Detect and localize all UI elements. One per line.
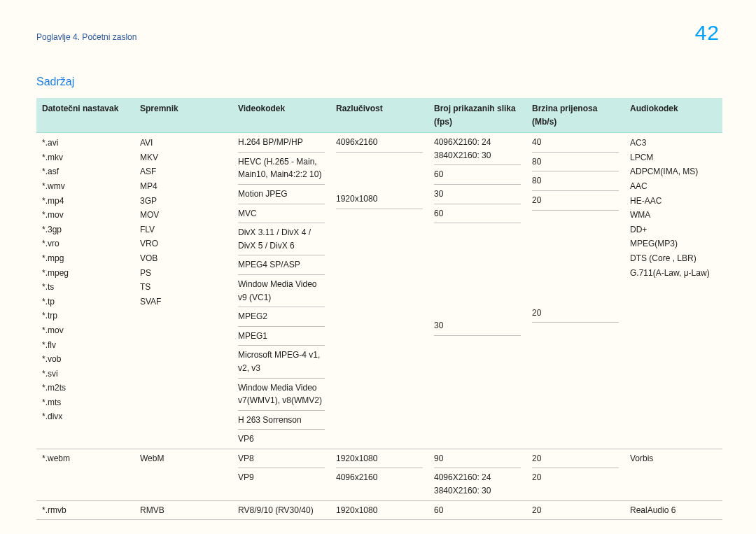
- cell-value: 60: [434, 204, 521, 223]
- codec-inner: VP8VP9: [238, 449, 325, 487]
- list-item: SVAF: [140, 295, 227, 309]
- cell-res: 4096x2160 1920x1080: [330, 133, 428, 449]
- cell-value: [336, 152, 423, 171]
- cell-value: 4096X2160: 243840X2160: 30: [434, 133, 521, 165]
- cell-value: VP8: [238, 449, 325, 468]
- list-item: *.mkv: [42, 150, 129, 165]
- list-item: *.wmv: [42, 179, 129, 194]
- cell-value: 30: [434, 316, 521, 335]
- ext-list: *.avi*.mkv*.asf*.wmv*.mp4*.mov*.3gp*.vro…: [42, 136, 129, 424]
- list-item: LPCM: [630, 150, 717, 165]
- cell-value: MPEG4 SP/ASP: [238, 255, 325, 275]
- cell-value: [434, 354, 521, 373]
- res-inner: 4096x2160 1920x1080: [336, 133, 423, 377]
- cell-value: [532, 248, 619, 267]
- col-audio: Audiokodek: [624, 98, 722, 133]
- cell-value: [434, 260, 521, 279]
- cell-value: [532, 360, 619, 379]
- cell-value: 20: [532, 449, 619, 468]
- cell-value: [434, 373, 521, 392]
- cell-value: [434, 242, 521, 261]
- list-item: MOV: [140, 208, 227, 223]
- cell-res: 1920x1080: [330, 500, 428, 520]
- list-item: *.trp: [42, 309, 129, 323]
- cell-value: 60: [434, 165, 521, 185]
- list-item: *.vob: [42, 352, 129, 367]
- cell-container: RMVB: [134, 500, 232, 520]
- cell-value: 1920x1080: [336, 449, 423, 468]
- list-item: *.mp4: [42, 194, 129, 209]
- cell-value: [532, 266, 619, 285]
- cell-value: [532, 285, 619, 304]
- section-title: Sadržaj: [36, 76, 720, 88]
- cell-value: [336, 171, 423, 190]
- cell-res: 1920x10804096x2160: [330, 449, 428, 500]
- cell-value: 20: [532, 304, 619, 323]
- list-item: 3GP: [140, 194, 227, 209]
- cell-value: [434, 279, 521, 298]
- list-item: ADPCM(IMA, MS): [630, 164, 717, 179]
- cell-ext: *.webm: [36, 449, 134, 500]
- cell-rate: 20: [526, 500, 624, 520]
- table-row: *.webm WebM VP8VP9 1920x10804096x2160 90…: [36, 449, 722, 500]
- cell-value: 4096x2160: [336, 133, 423, 152]
- container-list: AVIMKVASFMP43GPMOVFLVVROVOBPSTSSVAF: [140, 136, 227, 309]
- page-number: 42: [695, 21, 720, 45]
- list-item: WMA: [630, 208, 717, 223]
- col-container: Spremnik: [134, 98, 232, 133]
- cell-value: MPEG2: [238, 307, 325, 327]
- cell-codec: RV8/9/10 (RV30/40): [232, 500, 330, 520]
- codec-inner: H.264 BP/MP/HPHEVC (H.265 - Main, Main10…: [238, 133, 325, 449]
- table-header-row: Datotečni nastavak Spremnik Videokodek R…: [36, 98, 722, 133]
- list-item: HE-AAC: [630, 194, 717, 209]
- cell-value: MPEG1: [238, 326, 325, 346]
- list-item: *.ts: [42, 280, 129, 295]
- header-row: Poglavlje 4. Početni zaslon 42: [36, 21, 720, 45]
- cell-value: [434, 298, 521, 317]
- rate-inner: 2020: [532, 449, 619, 487]
- cell-container: WebM: [134, 449, 232, 500]
- page: Poglavlje 4. Početni zaslon 42 Sadržaj D…: [0, 0, 756, 534]
- cell-value: [336, 302, 423, 321]
- list-item: AAC: [630, 179, 717, 194]
- cell-rate: 40808020 20: [526, 133, 624, 449]
- cell-value: HEVC (H.265 - Main, Main10, Main4:2:2 10…: [238, 152, 325, 184]
- cell-audio: RealAudio 6: [624, 500, 722, 520]
- cell-value: Window Media Video v7(WMV1), v8(WMV2): [238, 378, 325, 410]
- list-item: *.asf: [42, 164, 129, 179]
- list-item: MP4: [140, 179, 227, 194]
- fps-inner: 4096X2160: 243840X2160: 30603060 30: [434, 133, 521, 391]
- cell-fps: 904096X2160: 243840X2160: 30: [428, 449, 526, 500]
- table-row: *.rmvb RMVB RV8/9/10 (RV30/40) 1920x1080…: [36, 500, 722, 520]
- fps-inner: 904096X2160: 243840X2160: 30: [434, 449, 521, 500]
- audio-list: AC3LPCMADPCM(IMA, MS)AACHE-AACWMADD+MPEG…: [630, 136, 717, 280]
- cell-value: Microsoft MPEG-4 v1, v2, v3: [238, 346, 325, 378]
- cell-rate: 2020: [526, 449, 624, 500]
- cell-container: AVIMKVASFMP43GPMOVFLVVROVOBPSTSSVAF: [134, 133, 232, 449]
- col-rate: Brzina prijenosa (Mb/s): [526, 98, 624, 133]
- cell-value: 80: [532, 171, 619, 191]
- col-ext: Datotečni nastavak: [36, 98, 134, 133]
- list-item: *.m2ts: [42, 381, 129, 395]
- cell-fps: 60: [428, 500, 526, 520]
- col-codec: Videokodek: [232, 98, 330, 133]
- cell-ext: *.rmvb: [36, 500, 134, 520]
- list-item: *.mov: [42, 323, 129, 338]
- cell-value: [434, 223, 521, 242]
- cell-audio: AC3LPCMADPCM(IMA, MS)AACHE-AACWMADD+MPEG…: [624, 133, 722, 449]
- list-item: PS: [140, 266, 227, 281]
- cell-value: 80: [532, 152, 619, 171]
- cell-value: [532, 210, 619, 229]
- col-fps: Broj prikazanih slika (fps): [428, 98, 526, 133]
- list-item: G.711(A-Law, μ-Law): [630, 266, 717, 281]
- list-item: MKV: [140, 150, 227, 165]
- list-item: DTS (Core , LBR): [630, 251, 717, 266]
- cell-value: Window Media Video v9 (VC1): [238, 274, 325, 307]
- cell-value: H.264 BP/MP/HP: [238, 133, 325, 152]
- cell-value: 1920x1080: [336, 190, 423, 209]
- cell-value: 40: [532, 133, 619, 152]
- cell-value: MVC: [238, 204, 325, 223]
- cell-value: 4096x2160: [336, 468, 423, 487]
- cell-value: [336, 246, 423, 265]
- list-item: *.flv: [42, 338, 129, 353]
